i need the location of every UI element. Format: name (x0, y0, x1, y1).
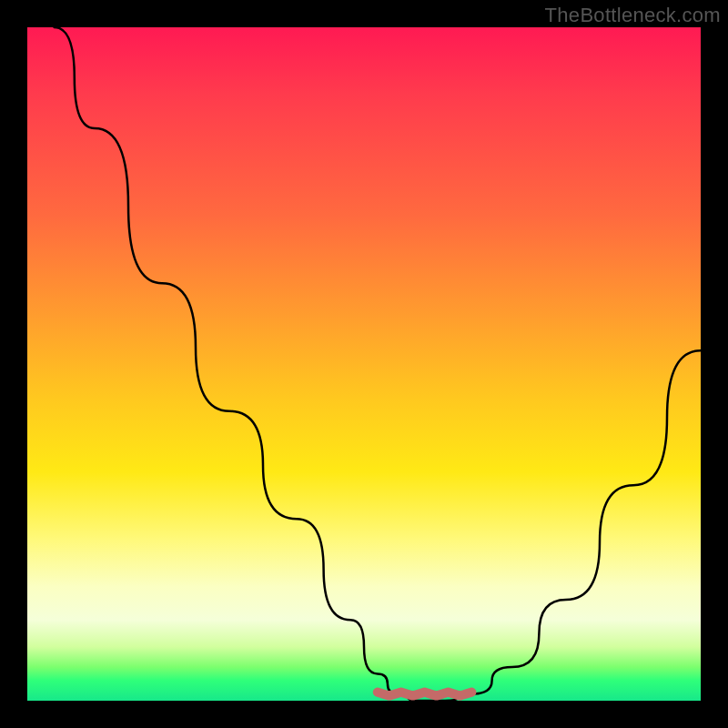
chart-frame: TheBottleneck.com (0, 0, 728, 728)
watermark-text: TheBottleneck.com (545, 4, 721, 27)
main-curve (55, 27, 701, 701)
curve-svg (27, 27, 701, 701)
plot-area (27, 27, 701, 701)
flat-highlight (378, 693, 472, 696)
